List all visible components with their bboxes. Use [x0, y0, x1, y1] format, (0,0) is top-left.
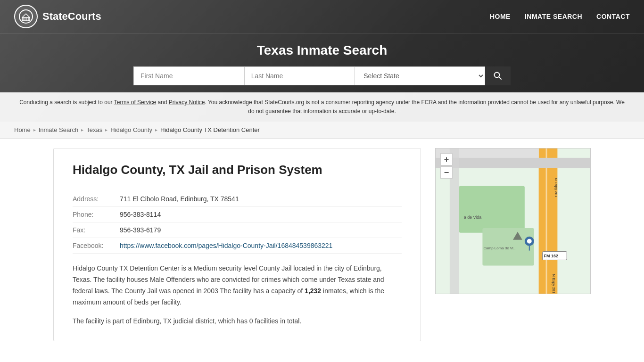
- map-box: a de Vida Camp Loma de Vi... FM 162 N Ex…: [435, 148, 591, 294]
- fax-label: Fax:: [73, 222, 120, 238]
- svg-line-9: [499, 77, 502, 80]
- capacity: 1,232: [305, 287, 321, 295]
- info-table: Address: 711 El Cibolo Road, Edinburg, T…: [73, 191, 402, 254]
- disclaimer-text3: . You acknowledge that StateCourts.org i…: [205, 99, 624, 115]
- facility-description2: The facility is part of Edinburg, TX jud…: [73, 316, 402, 327]
- first-name-input[interactable]: [133, 66, 244, 85]
- content-box: Hidalgo County, TX Jail and Prison Syste…: [53, 148, 421, 341]
- terms-link[interactable]: Terms of Service: [114, 99, 156, 106]
- sep1: ▸: [33, 127, 36, 132]
- facebook-row: Facebook: https://www.facebook.com/pages…: [73, 238, 402, 254]
- privacy-link[interactable]: Privacy Notice: [169, 99, 205, 106]
- svg-rect-12: [546, 148, 547, 294]
- search-title: Texas Inmate Search: [14, 43, 630, 58]
- map-svg: a de Vida Camp Loma de Vi... FM 162 N Ex…: [436, 148, 590, 294]
- main-nav: StateCourts HOME INMATE SEARCH CONTACT: [0, 0, 644, 33]
- svg-text:N Expy 281: N Expy 281: [552, 274, 556, 294]
- main-container: Hidalgo County, TX Jail and Prison Syste…: [39, 139, 605, 351]
- last-name-input[interactable]: [244, 66, 355, 85]
- svg-point-0: [19, 10, 33, 23]
- nav-inmate-search[interactable]: INMATE SEARCH: [525, 13, 582, 20]
- fax-row: Fax: 956-393-6179: [73, 222, 402, 238]
- svg-text:Camp Loma de Vi...: Camp Loma de Vi...: [483, 246, 516, 250]
- site-header: StateCourts HOME INMATE SEARCH CONTACT T…: [0, 0, 644, 122]
- disclaimer: Conducting a search is subject to our Te…: [0, 92, 644, 122]
- svg-line-3: [26, 14, 30, 17]
- nav-links: HOME INMATE SEARCH CONTACT: [490, 13, 630, 20]
- phone-value: 956-383-8114: [120, 207, 402, 222]
- desc3: The facility is part of Edinburg, TX jud…: [73, 317, 301, 325]
- disclaimer-text2: and: [156, 99, 169, 106]
- site-name: StateCourts: [42, 10, 101, 23]
- zoom-out-button[interactable]: −: [440, 166, 453, 179]
- map-container: a de Vida Camp Loma de Vi... FM 162 N Ex…: [435, 148, 591, 294]
- breadcrumb-county[interactable]: Hidalgo County: [110, 126, 152, 133]
- phone-label: Phone:: [73, 207, 120, 222]
- svg-rect-15: [459, 186, 525, 233]
- address-value: 711 El Cibolo Road, Edinburg, TX 78541: [120, 191, 402, 207]
- svg-rect-11: [539, 148, 558, 294]
- search-section: Texas Inmate Search Select StateAlabamaA…: [0, 33, 644, 92]
- facebook-label: Facebook:: [73, 238, 120, 254]
- address-row: Address: 711 El Cibolo Road, Edinburg, T…: [73, 191, 402, 207]
- courthouse-icon: [18, 9, 33, 24]
- address-label: Address:: [73, 191, 120, 207]
- facebook-link[interactable]: https://www.facebook.com/pages/Hidalgo-C…: [120, 242, 332, 249]
- breadcrumb-state[interactable]: Texas: [86, 126, 102, 133]
- map-controls: + −: [440, 153, 453, 179]
- svg-text:a de Vida: a de Vida: [464, 215, 482, 220]
- breadcrumb-home[interactable]: Home: [14, 126, 31, 133]
- search-bar: Select StateAlabamaAlaskaArizonaArkansas…: [133, 66, 511, 85]
- svg-line-2: [22, 14, 26, 17]
- header-content: StateCourts HOME INMATE SEARCH CONTACT T…: [0, 0, 644, 122]
- svg-text:FM 162: FM 162: [544, 254, 558, 259]
- facebook-value: https://www.facebook.com/pages/Hidalgo-C…: [120, 238, 402, 254]
- facility-title: Hidalgo County, TX Jail and Prison Syste…: [73, 163, 402, 177]
- sep3: ▸: [105, 127, 107, 132]
- nav-home[interactable]: HOME: [490, 13, 511, 20]
- nav-contact[interactable]: CONTACT: [596, 13, 630, 20]
- zoom-in-button[interactable]: +: [440, 153, 453, 165]
- svg-point-21: [527, 239, 532, 244]
- search-icon: [494, 72, 502, 80]
- breadcrumb-inmate-search[interactable]: Inmate Search: [39, 126, 79, 133]
- breadcrumb: Home ▸ Inmate Search ▸ Texas ▸ Hidalgo C…: [0, 122, 644, 139]
- disclaimer-text1: Conducting a search is subject to our: [19, 99, 114, 106]
- breadcrumb-current: Hidalgo County TX Detention Center: [160, 126, 260, 133]
- fax-value: 956-393-6179: [120, 222, 402, 238]
- phone-row: Phone: 956-383-8114: [73, 207, 402, 222]
- svg-text:N Expy 281: N Expy 281: [554, 178, 558, 198]
- search-button[interactable]: [485, 66, 511, 85]
- state-select[interactable]: Select StateAlabamaAlaskaArizonaArkansas…: [355, 66, 485, 85]
- sep4: ▸: [155, 127, 157, 132]
- sep2: ▸: [81, 127, 83, 132]
- logo-icon: [14, 5, 38, 28]
- facility-description: Hidalgo County TX Detention Center is a …: [73, 263, 402, 308]
- site-logo[interactable]: StateCourts: [14, 5, 101, 28]
